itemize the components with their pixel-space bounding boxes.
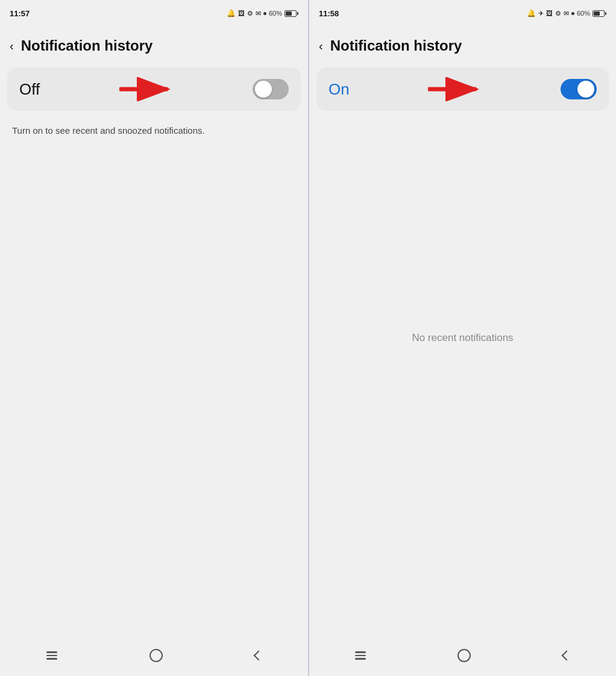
left-toggle-switch[interactable] — [253, 79, 289, 99]
right-toggle-row: On — [316, 67, 609, 111]
right-red-arrow — [428, 77, 482, 101]
left-description: Turn on to see recent and snoozed notifi… — [0, 113, 308, 138]
right-page-header: ‹ Notification history — [309, 27, 616, 65]
right-back-icon — [561, 651, 571, 661]
left-page-header: ‹ Notification history — [0, 27, 308, 65]
left-back-button[interactable]: ‹ — [10, 39, 14, 53]
right-status-bar: 11:58 🔔 ✈ 🖼 ⚙ ✉ 60% — [309, 0, 616, 27]
battery-percent-left: 60% — [269, 10, 282, 17]
right-gallery-icon: 🖼 — [546, 10, 553, 17]
right-toggle-area — [561, 79, 597, 99]
right-clock: 11:58 — [319, 9, 339, 18]
right-back-button[interactable]: ‹ — [319, 39, 323, 53]
battery-icon-right — [592, 10, 606, 17]
left-status-icons: 🔔 🖼 ⚙ ✉ 60% — [227, 9, 298, 17]
right-mail-icon: ✉ — [564, 10, 569, 17]
left-toggle-knob — [255, 81, 272, 98]
left-toggle-label: Off — [19, 80, 40, 99]
right-bottom-nav — [309, 640, 616, 676]
left-bottom-nav — [0, 640, 308, 676]
right-home-btn[interactable] — [457, 649, 471, 662]
mail-icon: ✉ — [256, 10, 261, 17]
left-toggle-row: Off — [7, 67, 301, 111]
left-home-icon — [149, 649, 163, 662]
right-back-nav-btn[interactable] — [563, 652, 570, 659]
right-arrow-svg — [428, 77, 482, 101]
left-back-icon — [253, 651, 263, 661]
right-page-title: Notification history — [330, 37, 462, 54]
left-status-bar: 11:57 🔔 🖼 ⚙ ✉ 60% — [0, 0, 308, 27]
left-toggle-area — [253, 79, 289, 99]
right-recent-icon — [355, 651, 366, 660]
no-recent-notifications: No recent notifications — [412, 332, 513, 344]
battery-icon-left — [284, 10, 298, 17]
left-back-nav-btn[interactable] — [255, 652, 262, 659]
left-page-title: Notification history — [21, 37, 153, 54]
right-alarm-icon: 🔔 — [527, 9, 536, 17]
right-toggle-switch[interactable] — [561, 79, 597, 99]
left-time: 11:57 — [10, 9, 30, 18]
left-recent-btn[interactable] — [46, 651, 57, 660]
left-home-btn[interactable] — [149, 649, 163, 662]
gallery-icon: 🖼 — [238, 10, 245, 17]
right-home-icon — [457, 649, 471, 662]
right-notif-dot-icon — [571, 12, 574, 15]
right-recent-btn[interactable] — [355, 651, 366, 660]
settings-status-icon: ⚙ — [247, 10, 253, 17]
left-red-arrow — [119, 77, 174, 101]
left-recent-icon — [46, 651, 57, 660]
notif-dot-icon — [263, 12, 266, 15]
right-phone-panel: 11:58 🔔 ✈ 🖼 ⚙ ✉ 60% ‹ Notification histo… — [308, 0, 616, 676]
right-toggle-label: On — [328, 80, 350, 99]
right-airplane-icon: ✈ — [538, 10, 544, 17]
right-status-icons: 🔔 ✈ 🖼 ⚙ ✉ 60% — [527, 9, 606, 17]
left-arrow-svg — [119, 77, 174, 101]
left-phone-panel: 11:57 🔔 🖼 ⚙ ✉ 60% ‹ Notification history… — [0, 0, 308, 676]
right-toggle-knob — [577, 81, 594, 98]
alarm-icon: 🔔 — [227, 9, 236, 17]
right-settings-status-icon: ⚙ — [555, 10, 561, 17]
left-clock: 11:57 — [10, 9, 30, 18]
right-time: 11:58 — [319, 9, 339, 18]
battery-percent-right: 60% — [577, 10, 590, 17]
